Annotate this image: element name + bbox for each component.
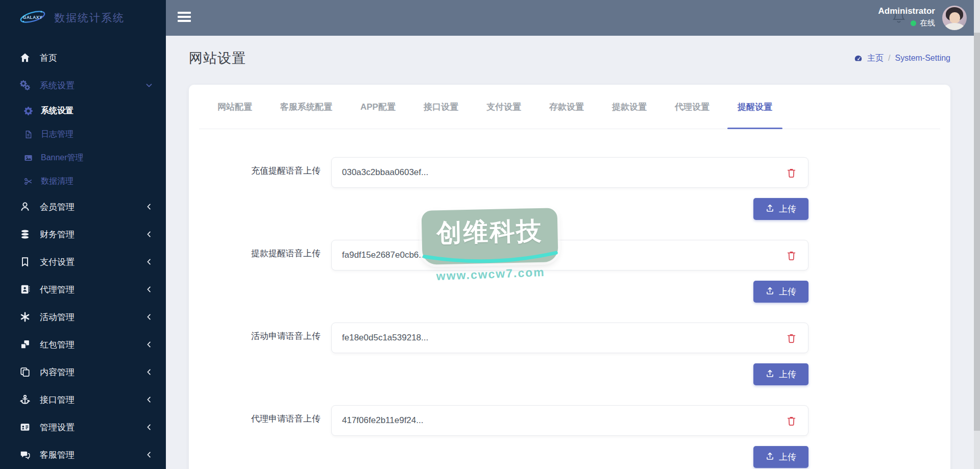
sidebar-item[interactable]: 日志管理: [0, 122, 166, 146]
topbar: Administrator 在线: [166, 0, 980, 36]
sidebar-item[interactable]: 系统设置: [0, 99, 166, 122]
chevron-down-icon: [145, 82, 153, 89]
form-row: 提款提醒语音上传fa9df15e2687e0cb6...上传: [189, 240, 950, 303]
scissors-icon: [23, 176, 33, 187]
upload-icon: [766, 204, 774, 215]
file-value-input[interactable]: fa9df15e2687e0cb6...: [331, 240, 808, 270]
field-column: fa9df15e2687e0cb6...上传: [331, 240, 808, 303]
tab-item[interactable]: 支付设置: [486, 85, 521, 129]
tab-item[interactable]: 提醒设置: [738, 85, 772, 129]
sidebar-item[interactable]: 接口管理: [0, 386, 166, 413]
field-label: 活动申请语音上传: [189, 323, 321, 342]
field-label: 充值提醒语音上传: [189, 157, 321, 177]
sidebar-item-label: 日志管理: [41, 129, 74, 140]
sidebar-item-label: 数据清理: [41, 176, 74, 187]
upload-button-label: 上传: [779, 368, 796, 380]
scrollbar-thumb[interactable]: [974, 33, 980, 431]
app-logo: GALAXY 数据统计系统: [0, 0, 166, 36]
file-value-input[interactable]: 417f06fe2b11e9f24...: [331, 405, 808, 436]
sidebar-item[interactable]: 会员管理: [0, 193, 166, 220]
upload-button[interactable]: 上传: [753, 446, 808, 468]
chevron-left-icon: [145, 451, 153, 458]
tab-item[interactable]: APP配置: [360, 85, 396, 129]
upload-button[interactable]: 上传: [753, 363, 808, 385]
page-title: 网站设置: [189, 49, 246, 67]
upload-button-label: 上传: [779, 286, 796, 298]
sidebar-item[interactable]: 数据清理: [0, 169, 166, 193]
file-value: fe18e0d5c1a539218...: [342, 333, 785, 343]
user-status: 在线: [878, 17, 935, 29]
tab-item[interactable]: 接口设置: [424, 85, 458, 129]
tab-item[interactable]: 网站配置: [217, 85, 252, 129]
sidebar-item[interactable]: 支付设置: [0, 248, 166, 276]
sidebar-item-label: 接口管理: [40, 394, 75, 406]
online-status-label: 在线: [920, 17, 935, 29]
sidebar-item[interactable]: 首页: [0, 44, 166, 71]
sidebar-item-label: 代理管理: [40, 284, 75, 295]
bookmark-icon: [19, 256, 31, 267]
field-column: fe18e0d5c1a539218...上传: [331, 323, 808, 385]
form-row: 充值提醒语音上传030a3c2bbaa0603ef...上传: [189, 157, 950, 220]
sidebar-item[interactable]: 红包管理: [0, 331, 166, 358]
upload-row: 上传: [331, 281, 808, 303]
home-icon: [19, 52, 31, 63]
delete-icon[interactable]: [785, 166, 798, 179]
file-value-input[interactable]: fe18e0d5c1a539218...: [331, 323, 808, 353]
gear-icon: [23, 105, 33, 116]
upload-button[interactable]: 上传: [753, 281, 808, 303]
chevron-left-icon: [145, 313, 153, 320]
upload-button[interactable]: 上传: [753, 198, 808, 220]
chevron-left-icon: [145, 258, 153, 265]
sidebar-item[interactable]: 客服管理: [0, 441, 166, 468]
sidebar-item-label: 红包管理: [40, 339, 75, 351]
sidebar-item[interactable]: 系统设置: [0, 71, 166, 99]
tab-item[interactable]: 提款设置: [612, 85, 647, 129]
breadcrumb-current: System-Setting: [895, 54, 950, 63]
upload-button-label: 上传: [779, 451, 796, 463]
form-row: 活动申请语音上传fe18e0d5c1a539218...上传: [189, 323, 950, 385]
database-icon: [19, 229, 31, 240]
delete-icon[interactable]: [785, 331, 798, 344]
sidebar: GALAXY 数据统计系统 首页系统设置系统设置日志管理Banner管理数据清理…: [0, 0, 166, 469]
tab-item[interactable]: 客服系统配置: [280, 85, 332, 129]
breadcrumb-home-link[interactable]: 主页: [867, 53, 884, 64]
sidebar-item[interactable]: 代理管理: [0, 276, 166, 303]
log-file-icon: [23, 129, 33, 140]
sidebar-item-label: 系统设置: [41, 106, 74, 116]
galaxy-logo-icon: GALAXY: [17, 8, 48, 28]
sidebar-item-label: 会员管理: [40, 201, 75, 213]
field-column: 417f06fe2b11e9f24...上传: [331, 405, 808, 468]
cubes-icon: [19, 339, 31, 350]
address-book-icon: [19, 284, 31, 295]
sidebar-item[interactable]: 财务管理: [0, 220, 166, 248]
tabs-bar: 网站配置客服系统配置APP配置接口设置支付设置存款设置提款设置代理设置提醒设置: [199, 85, 940, 129]
user-menu[interactable]: Administrator 在线: [878, 5, 935, 29]
file-value: fa9df15e2687e0cb6...: [342, 250, 785, 260]
image-icon: [23, 152, 33, 163]
sidebar-item-label: 财务管理: [40, 229, 75, 240]
upload-button-label: 上传: [779, 203, 796, 215]
sidebar-item[interactable]: 内容管理: [0, 358, 166, 386]
page-scrollbar: [974, 0, 980, 469]
upload-icon: [766, 369, 774, 380]
sidebar-item-label: 客服管理: [40, 449, 75, 461]
form-row: 代理申请语音上传417f06fe2b11e9f24...上传: [189, 405, 950, 468]
sidebar-item[interactable]: 活动管理: [0, 303, 166, 331]
hamburger-menu-icon[interactable]: [178, 11, 191, 25]
sidebar-item-label: 活动管理: [40, 311, 75, 323]
tab-item[interactable]: 代理设置: [675, 85, 709, 129]
sidebar-item-label: 内容管理: [40, 366, 75, 378]
user-icon: [19, 201, 31, 212]
file-value: 417f06fe2b11e9f24...: [342, 415, 785, 426]
avatar[interactable]: [942, 6, 967, 30]
id-card-icon: [19, 422, 31, 433]
tab-item[interactable]: 存款设置: [549, 85, 584, 129]
sidebar-item[interactable]: Banner管理: [0, 146, 166, 169]
delete-icon[interactable]: [785, 249, 798, 262]
delete-icon[interactable]: [785, 414, 798, 427]
sidebar-item[interactable]: 管理设置: [0, 413, 166, 441]
file-value-input[interactable]: 030a3c2bbaa0603ef...: [331, 157, 808, 188]
sidebar-item-label: 支付设置: [40, 256, 75, 268]
comments-icon: [19, 449, 31, 460]
field-label: 提款提醒语音上传: [189, 240, 321, 259]
